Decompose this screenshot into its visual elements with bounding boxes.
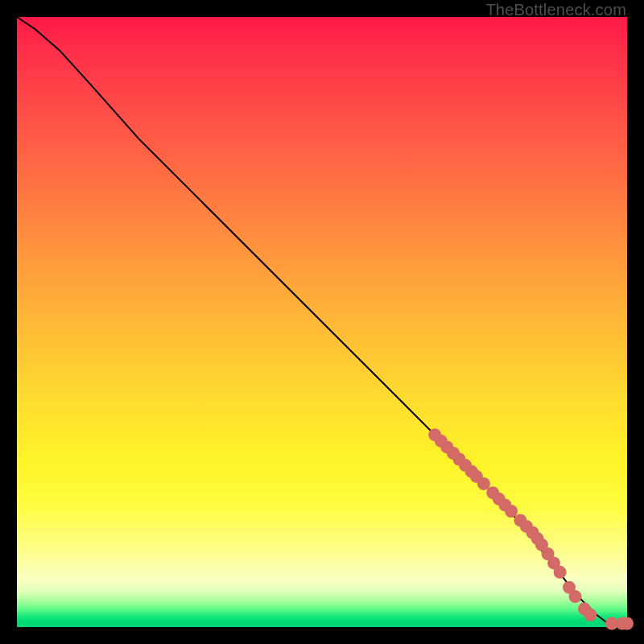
chart-marker — [505, 505, 518, 518]
chart-marker — [554, 566, 567, 579]
chart-marker — [584, 609, 597, 621]
chart-marker — [569, 590, 582, 603]
plot-area — [17, 17, 627, 627]
chart-marker — [477, 477, 490, 490]
chart-markers — [428, 428, 634, 630]
chart-svg — [17, 17, 627, 627]
chart-marker — [621, 617, 634, 630]
chart-container: TheBottleneck.com — [0, 0, 644, 644]
